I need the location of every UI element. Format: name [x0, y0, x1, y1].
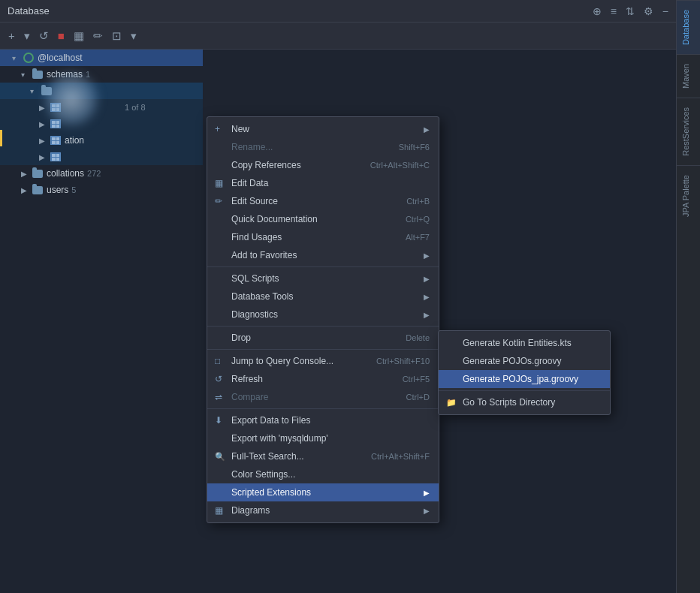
menu-item-diagnostics[interactable]: Diagnostics ▶	[207, 306, 439, 324]
tree-panel: ▾ @localhost 1 of 8 ▾ schemas 1 ▾ ▶	[0, 50, 203, 593]
arrow-icon: ▶	[424, 293, 430, 301]
menu-shortcut: Ctrl+Alt+Shift+C	[370, 161, 430, 170]
edit-icon: ✏	[215, 196, 228, 206]
tree-item-localhost[interactable]: ▾ @localhost 1 of 8	[0, 50, 203, 66]
expand-arrow: ▾	[12, 54, 23, 62]
edit-button[interactable]: ✏	[91, 28, 105, 44]
menu-item-refresh[interactable]: ↺ Refresh Ctrl+F5	[207, 370, 439, 388]
folder-icon	[32, 184, 44, 196]
menu-separator	[207, 408, 439, 409]
tree-item-count: 272	[87, 169, 101, 178]
menu-item-db-tools[interactable]: Database Tools ▶	[207, 287, 439, 306]
menu-item-find-usages[interactable]: Find Usages Alt+F7	[207, 228, 439, 246]
filter-button[interactable]: ▾	[128, 28, 139, 44]
search-icon: 🔍	[215, 452, 228, 462]
refresh-icon: ↺	[215, 374, 228, 384]
refresh-button[interactable]: ↺	[37, 28, 51, 44]
expand-arrow: ▶	[21, 186, 32, 194]
sidebar-tab-jpa[interactable]: JPA Palette	[677, 165, 700, 226]
menu-label: Refresh	[231, 374, 388, 384]
folder-icon: 📁	[446, 398, 460, 408]
expand-arrow: ▶	[39, 120, 50, 128]
menu-item-sql-scripts[interactable]: SQL Scripts ▶	[207, 269, 439, 287]
compare-icon: ⇌	[215, 392, 228, 402]
menu-shortcut: Shift+F6	[399, 143, 430, 152]
menu-item-add-favorites[interactable]: Add to Favorites ▶	[207, 246, 439, 264]
arrow-icon: ▶	[424, 489, 430, 497]
menu-separator	[207, 266, 439, 267]
submenu-item-gen-kotlin[interactable]: Generate Kotlin Entities.kts	[439, 334, 610, 352]
sidebar-tab-restservices[interactable]: RestServices	[677, 98, 700, 165]
expand-arrow: ▾	[30, 87, 41, 95]
menu-label: Export with 'mysqldump'	[231, 433, 430, 444]
menu-shortcut: Ctrl+Q	[406, 215, 430, 224]
menu-label: Scripted Extensions	[231, 487, 421, 498]
tree-item-table3[interactable]: ▶ ation	[0, 132, 203, 149]
tree-item-collations[interactable]: ▶ collations 272	[0, 165, 203, 182]
menu-separator	[207, 349, 439, 350]
expand-arrow: ▶	[21, 170, 32, 178]
expand-arrow: ▾	[21, 71, 32, 79]
folder-icon	[32, 167, 44, 179]
tree-item-table2[interactable]: ▶	[0, 116, 203, 132]
console-icon: □	[215, 356, 228, 366]
settings-icon[interactable]: ⚙	[644, 5, 653, 17]
menu-label: Database Tools	[231, 291, 421, 302]
menu-shortcut: Alt+F7	[406, 233, 430, 242]
menu-label: Diagrams	[231, 505, 421, 516]
sort-icon[interactable]: ⇅	[626, 5, 635, 17]
globe-icon[interactable]: ⊕	[593, 5, 602, 17]
menu-item-rename: Rename... Shift+F6	[207, 138, 439, 156]
menu-item-new[interactable]: + New ▶	[207, 120, 439, 138]
sidebar-tab-database[interactable]: Database	[677, 0, 700, 54]
menu-label: Copy References	[231, 160, 355, 170]
expand-button[interactable]: ▾	[22, 28, 32, 44]
arrow-icon: ▶	[424, 507, 430, 515]
tree-item-selected[interactable]: ▾	[0, 83, 203, 99]
menu-separator	[207, 326, 439, 327]
sidebar-tab-label: JPA Palette	[681, 175, 690, 217]
submenu-label: Generate POJOs_jpa.groovy	[463, 374, 578, 384]
minimize-icon[interactable]: −	[662, 5, 668, 17]
toolbar: + ▾ ↺ ■ ▦ ✏ ⊡ ▾	[0, 23, 676, 50]
tree-item-table1[interactable]: ▶	[0, 99, 203, 116]
menu-label: Add to Favorites	[231, 250, 421, 260]
menu-item-jump-query[interactable]: □ Jump to Query Console... Ctrl+Shift+F1…	[207, 352, 439, 370]
menu-item-copy-references[interactable]: Copy References Ctrl+Alt+Shift+C	[207, 156, 439, 174]
submenu-item-go-scripts[interactable]: 📁 Go To Scripts Directory	[439, 393, 610, 411]
submenu-item-gen-pojos-jpa[interactable]: Generate POJOs_jpa.groovy	[439, 370, 610, 388]
tree-item-count: 5	[71, 185, 76, 194]
menu-item-edit-source[interactable]: ✏ Edit Source Ctrl+B	[207, 192, 439, 210]
menu-item-quick-docs[interactable]: Quick Documentation Ctrl+Q	[207, 210, 439, 228]
grid-button[interactable]: ▦	[71, 28, 86, 44]
list-icon[interactable]: ≡	[611, 5, 617, 17]
menu-label: Export Data to Files	[231, 415, 430, 426]
arrow-icon: ▶	[424, 275, 430, 283]
menu-item-color-settings[interactable]: Color Settings...	[207, 465, 439, 483]
menu-item-diagrams[interactable]: ▦ Diagrams ▶	[207, 501, 439, 519]
menu-item-export-mysqldump[interactable]: Export with 'mysqldump'	[207, 429, 439, 447]
menu-label: Jump to Query Console...	[231, 356, 361, 366]
stop-button[interactable]: ■	[56, 28, 67, 44]
tree-item-table4[interactable]: ▶	[0, 149, 203, 165]
sidebar-tab-maven[interactable]: Maven	[677, 54, 700, 98]
tree-item-schemas[interactable]: ▾ schemas 1	[0, 66, 203, 83]
tree-item-label: users	[47, 185, 68, 195]
right-sidebar: Database Maven RestServices JPA Palette	[676, 0, 700, 593]
menu-label: Edit Source	[231, 196, 391, 206]
menu-label: Find Usages	[231, 232, 391, 242]
sidebar-tab-label: RestServices	[681, 107, 690, 156]
menu-item-export-data[interactable]: ⬇ Export Data to Files	[207, 411, 439, 429]
menu-item-full-text[interactable]: 🔍 Full-Text Search... Ctrl+Alt+Shift+F	[207, 447, 439, 465]
menu-item-drop[interactable]: Drop Delete	[207, 329, 439, 347]
submenu-item-gen-pojos[interactable]: Generate POJOs.groovy	[439, 352, 610, 370]
folder-icon	[32, 68, 44, 80]
tree-item-users[interactable]: ▶ users 5	[0, 182, 203, 198]
window-button[interactable]: ⊡	[110, 28, 124, 44]
sidebar-tab-label: Database	[681, 10, 690, 45]
indicator-line	[0, 130, 2, 146]
add-button[interactable]: +	[6, 28, 17, 44]
arrow-icon: ▶	[424, 251, 430, 260]
menu-item-edit-data[interactable]: ▦ Edit Data	[207, 174, 439, 192]
menu-item-scripted-ext[interactable]: Scripted Extensions ▶	[207, 483, 439, 501]
